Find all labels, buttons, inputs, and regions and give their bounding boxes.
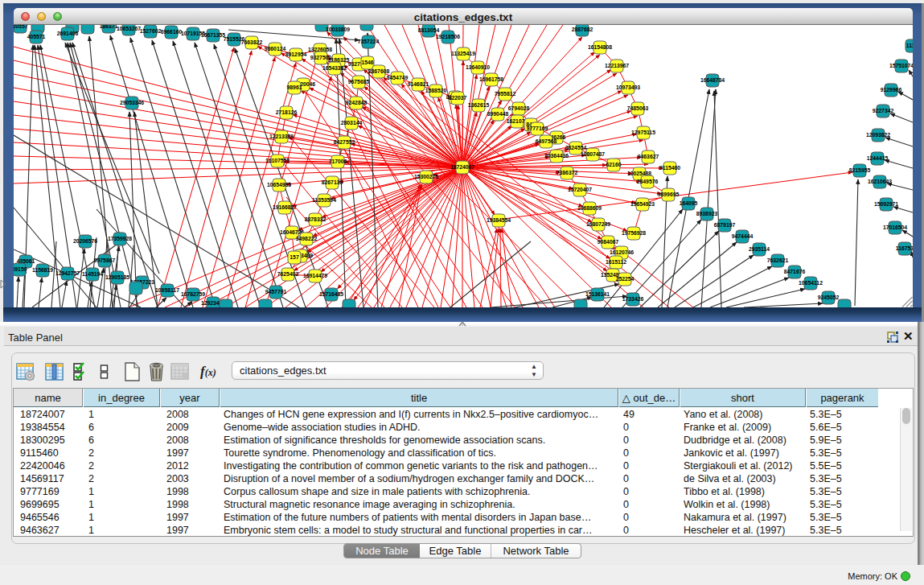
svg-text:2887682: 2887682 [572, 27, 593, 32]
svg-text:15720407: 15720407 [568, 187, 592, 192]
svg-text:1244415: 1244415 [867, 155, 889, 161]
svg-text:9474444: 9474444 [732, 233, 754, 239]
svg-text:1527602: 1527602 [140, 28, 162, 34]
svg-text:7625402: 7625402 [277, 271, 299, 277]
svg-text:15751074: 15751074 [889, 63, 913, 68]
svg-text:1588520: 1588520 [425, 88, 447, 93]
svg-text:16914479: 16914479 [303, 273, 327, 278]
svg-text:9115460: 9115460 [659, 165, 680, 171]
svg-text:16782759: 16782759 [181, 291, 205, 297]
svg-text:18724007: 18724007 [450, 164, 474, 170]
svg-text:2691406: 2691406 [57, 31, 79, 36]
svg-text:7515526: 7515526 [224, 36, 245, 42]
svg-text:8938923: 8938923 [696, 211, 718, 216]
svg-text:19218506: 19218506 [436, 34, 460, 39]
svg-text:9084067: 9084067 [598, 239, 619, 245]
svg-text:10654985: 10654985 [267, 182, 291, 187]
svg-text:16961758: 16961758 [479, 76, 503, 82]
svg-text:9975867: 9975867 [94, 257, 116, 263]
svg-text:6794028: 6794028 [508, 105, 530, 111]
svg-text:98961: 98961 [287, 84, 302, 90]
svg-text:39159: 39159 [14, 266, 27, 272]
svg-text:2803144: 2803144 [341, 120, 363, 126]
svg-text:11325419: 11325419 [451, 51, 475, 56]
svg-text:17016504: 17016504 [883, 225, 907, 230]
svg-text:2867608: 2867608 [368, 68, 390, 74]
svg-text:12942757: 12942757 [55, 270, 80, 276]
svg-text:12213389: 12213389 [269, 134, 294, 139]
svg-text:9129966: 9129966 [881, 87, 902, 93]
svg-text:10973493: 10973493 [616, 84, 640, 90]
svg-text:17359928: 17359928 [108, 236, 132, 241]
svg-text:252254: 252254 [616, 276, 634, 282]
svg-text:3824554: 3824554 [565, 145, 587, 150]
svg-text:7955812: 7955812 [495, 91, 516, 97]
svg-text:10958117: 10958117 [155, 287, 179, 293]
svg-text:1117: 1117 [906, 43, 913, 48]
svg-text:16807249: 16807249 [586, 221, 610, 227]
svg-text:1362615: 1362615 [468, 102, 490, 108]
svg-text:3498222: 3498222 [296, 236, 318, 241]
svg-text:19756928: 19756928 [622, 230, 646, 236]
svg-text:9242848: 9242848 [346, 100, 368, 105]
svg-text:2935114: 2935114 [749, 246, 770, 252]
svg-text:15716485: 15716485 [319, 291, 343, 297]
svg-text:12213967: 12213967 [605, 63, 629, 68]
svg-text:16154808: 16154808 [588, 44, 612, 50]
svg-text:15300275: 15300275 [414, 174, 438, 179]
svg-text:1546: 1546 [361, 60, 373, 65]
svg-text:62160: 62160 [606, 162, 622, 167]
svg-text:2718126: 2718126 [276, 109, 298, 115]
svg-text:1733426: 1733426 [622, 296, 644, 302]
svg-text:8990448: 8990448 [487, 111, 509, 117]
svg-text:9463627: 9463627 [638, 154, 659, 159]
svg-text:405571: 405571 [27, 34, 46, 39]
svg-text:12093822: 12093822 [866, 132, 890, 138]
svg-text:10654112: 10654112 [799, 280, 823, 286]
svg-text:8215955: 8215955 [849, 167, 871, 173]
svg-text:1145194: 1145194 [82, 271, 103, 277]
svg-text:20557: 20557 [14, 25, 28, 29]
svg-text:10688609: 10688609 [577, 205, 602, 211]
svg-text:9899695: 9899695 [658, 192, 680, 197]
svg-text:19384554: 19384554 [487, 217, 511, 223]
svg-text:1615112: 1615112 [606, 259, 626, 265]
svg-text:20206576: 20206576 [73, 238, 97, 244]
svg-text:9227342: 9227342 [873, 108, 894, 113]
svg-text:6966160: 6966160 [161, 29, 183, 35]
svg-text:16120746: 16120746 [610, 249, 634, 255]
svg-text:9245052: 9245052 [818, 295, 840, 300]
svg-text:8267130: 8267130 [322, 179, 343, 185]
svg-text:16543382: 16543382 [322, 65, 347, 71]
svg-text:16648784: 16648784 [700, 77, 725, 83]
svg-text:15136141: 15136141 [585, 291, 610, 297]
svg-text:6879197: 6879197 [714, 222, 736, 228]
svg-text:164095: 164095 [680, 200, 698, 206]
svg-text:13640910: 13640910 [466, 64, 490, 70]
svg-text:717006: 717006 [329, 159, 347, 164]
svg-text:9860124: 9860124 [265, 46, 286, 51]
svg-text:11353594: 11353594 [312, 197, 336, 203]
svg-text:9675685: 9675685 [348, 79, 370, 84]
svg-text:822037: 822037 [449, 95, 467, 101]
svg-text:20364436: 20364436 [544, 153, 569, 159]
svg-text:15692971: 15692971 [874, 201, 898, 207]
svg-text:12975115: 12975115 [631, 130, 655, 135]
svg-text:8454749: 8454749 [387, 75, 409, 80]
svg-text:9457791: 9457791 [265, 289, 287, 295]
svg-text:10807487: 10807487 [581, 151, 605, 157]
svg-text:7386372: 7386372 [556, 170, 578, 175]
svg-text:12905185: 12905185 [105, 274, 129, 280]
svg-text:19654923: 19654923 [630, 201, 655, 207]
svg-text:8813054: 8813054 [418, 27, 440, 33]
svg-text:7485063: 7485063 [627, 105, 649, 111]
svg-text:8471676: 8471676 [784, 269, 806, 274]
svg-text:16671355: 16671355 [201, 32, 225, 38]
svg-text:2849576: 2849576 [637, 179, 659, 184]
svg-text:9146821: 9146821 [408, 81, 429, 87]
svg-text:16107553: 16107553 [265, 158, 290, 163]
svg-text:29053346: 29053346 [120, 100, 144, 105]
svg-text:8878332: 8878332 [305, 216, 326, 222]
svg-text:16210643: 16210643 [868, 179, 892, 184]
svg-text:1156819: 1156819 [32, 267, 53, 273]
